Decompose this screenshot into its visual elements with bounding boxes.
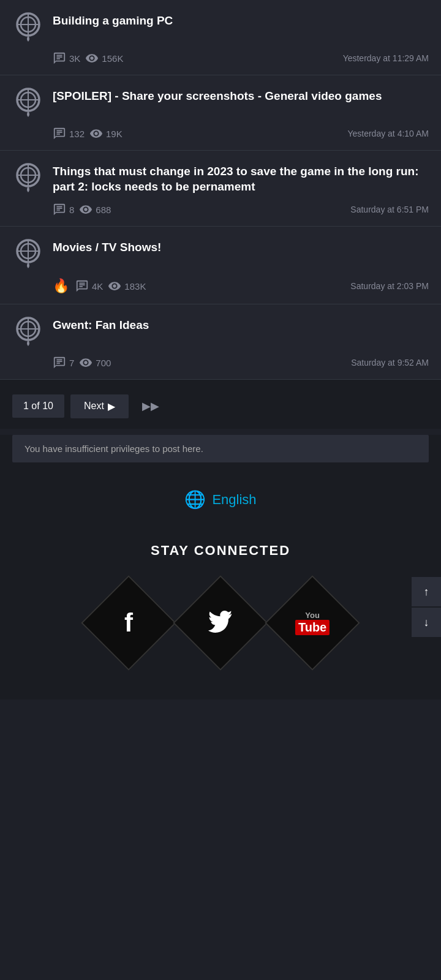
view-count: 19K <box>89 127 123 140</box>
arrow-up-icon: ↑ <box>424 586 429 598</box>
thread-meta: 8688Saturday at 6:51 PM <box>12 203 429 216</box>
view-count: 700 <box>79 356 111 369</box>
next-button[interactable]: Next ▶ <box>70 394 129 418</box>
thread-meta: 🔥4K183KSaturday at 2:03 PM <box>12 278 429 294</box>
thread-title: [SPOILER] - Share your screenshots - Gen… <box>53 86 429 104</box>
view-count: 183K <box>108 279 146 293</box>
thread-topic-icon <box>12 315 44 347</box>
thread-title: Things that must change in 2023 to save … <box>53 162 429 194</box>
thread-title: Movies / TV Shows! <box>53 238 429 255</box>
thread-topic-icon <box>12 86 44 118</box>
hot-icon: 🔥 <box>53 278 69 294</box>
thread-topic-icon <box>12 162 44 194</box>
youtube-button[interactable]: You Tube <box>265 576 360 671</box>
thread-timestamp: Saturday at 2:03 PM <box>350 281 429 291</box>
thread-meta: 7700Saturday at 9:52 AM <box>12 356 429 369</box>
thread-topic-icon <box>12 238 44 270</box>
thread-item[interactable]: [SPOILER] - Share your screenshots - Gen… <box>0 75 441 151</box>
arrow-down-icon: ↓ <box>424 616 429 629</box>
thread-meta: 3K156KYesterday at 11:29 AM <box>12 51 429 65</box>
thread-item[interactable]: Things that must change in 2023 to save … <box>0 151 441 227</box>
thread-title: Building a gaming PC <box>53 11 429 29</box>
thread-meta: 13219KYesterday at 4:10 AM <box>12 127 429 140</box>
thread-timestamp: Saturday at 9:52 AM <box>351 358 429 368</box>
facebook-button[interactable]: f <box>81 576 176 671</box>
globe-icon: 🌐 <box>184 489 206 510</box>
twitter-icon <box>208 611 233 635</box>
thread-timestamp: Yesterday at 4:10 AM <box>347 129 429 138</box>
thread-item[interactable]: Building a gaming PC3K156KYesterday at 1… <box>0 0 441 75</box>
footer-area: ↑ ↓ f You Tube <box>0 577 441 699</box>
thread-topic-icon <box>12 11 44 43</box>
skip-to-end-button[interactable]: ▶▶ <box>135 393 167 419</box>
next-label: Next <box>84 401 104 412</box>
social-icons: f You Tube <box>12 583 429 657</box>
next-arrow-icon: ▶ <box>108 401 115 412</box>
skip-icon: ▶▶ <box>142 399 159 413</box>
view-count: 688 <box>79 203 111 216</box>
comment-count: 132 <box>53 127 85 140</box>
thread-timestamp: Yesterday at 11:29 AM <box>343 53 429 63</box>
thread-title: Gwent: Fan Ideas <box>53 315 429 333</box>
comment-count: 4K <box>75 279 103 293</box>
stay-connected-title: STAY CONNECTED <box>12 543 429 559</box>
page-indicator: 1 of 10 <box>12 394 64 418</box>
thread-item[interactable]: Movies / TV Shows!🔥4K183KSaturday at 2:0… <box>0 227 441 304</box>
stay-connected-section: STAY CONNECTED <box>0 524 441 577</box>
language-section: 🌐 English <box>0 475 441 524</box>
thread-item[interactable]: Gwent: Fan Ideas7700Saturday at 9:52 AM <box>0 304 441 380</box>
youtube-icon: You Tube <box>295 611 330 635</box>
notice-bar: You have insufficient privileges to post… <box>12 435 429 462</box>
comment-count: 3K <box>53 51 80 65</box>
facebook-icon: f <box>124 608 133 638</box>
pagination-area: 1 of 10 Next ▶ ▶▶ <box>0 380 441 429</box>
comment-count: 8 <box>53 203 74 216</box>
thread-list: Building a gaming PC3K156KYesterday at 1… <box>0 0 441 380</box>
language-label[interactable]: English <box>212 492 256 508</box>
scroll-up-button[interactable]: ↑ <box>412 577 441 606</box>
thread-timestamp: Saturday at 6:51 PM <box>350 205 429 214</box>
view-count: 156K <box>85 51 123 65</box>
twitter-button[interactable] <box>173 576 268 671</box>
scroll-down-button[interactable]: ↓ <box>412 608 441 637</box>
comment-count: 7 <box>53 356 74 369</box>
